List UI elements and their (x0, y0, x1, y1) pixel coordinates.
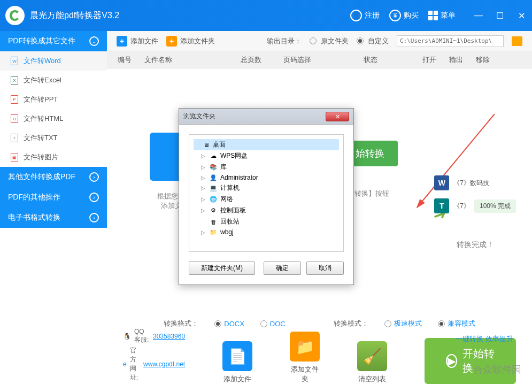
expand-icon[interactable]: ▷ (201, 207, 206, 213)
user-icon: 👤 (350, 10, 362, 21)
progress-badge: 100% 完成 (474, 199, 516, 213)
expand-icon[interactable]: ▷ (201, 153, 206, 159)
maximize-button[interactable]: ☐ (495, 11, 505, 21)
toolbar: + 添加文件 + 添加文件夹 输出目录： 原文件夹 自定义 (107, 31, 532, 51)
sidebar-item-word[interactable]: W 文件转Word (0, 51, 107, 71)
result-item: T 《7》 100% 完成 (434, 198, 516, 213)
expand-icon[interactable]: ▷ (201, 164, 206, 170)
tree-recycle[interactable]: 🗑回收站 (194, 216, 339, 227)
path-input[interactable] (397, 35, 504, 47)
cancel-button[interactable]: 取消 (306, 262, 344, 275)
browse-folder-dialog: 浏览文件夹 ✕ 🖥桌面 ▷☁WPS网盘 ▷📚库 ▷👤Administrator … (179, 108, 354, 285)
control-panel-icon: ⚙ (209, 207, 218, 214)
done-text: 转换完成！ (434, 240, 516, 250)
col-pages: 总页数 (235, 55, 278, 65)
result-area: W 《7》数码技 T 《7》 100% 完成 转换完成！ (434, 175, 516, 250)
tree-wps[interactable]: ▷☁WPS网盘 (194, 150, 339, 162)
sidebar-group-pdf-to-other[interactable]: PDF转换成其它文件 ⌄ (0, 31, 107, 51)
txt-icon: T (11, 134, 18, 142)
file-icon: T (434, 198, 449, 213)
col-remove: 移除 (471, 55, 497, 65)
minimize-button[interactable]: — (473, 11, 484, 21)
expand-icon[interactable]: ▷ (201, 175, 206, 181)
sidebar-item-txt[interactable]: T 文件转TXT (0, 128, 107, 148)
tree-control-panel[interactable]: ▷⚙控制面板 (194, 205, 339, 216)
browse-folder-button[interactable] (512, 36, 522, 46)
word-file-icon: W (434, 175, 449, 190)
result-item: W 《7》数码技 (434, 175, 516, 190)
desktop-icon: 🖥 (202, 141, 210, 149)
qq-link[interactable]: 303583960 (153, 333, 185, 340)
dialog-title-bar[interactable]: 浏览文件夹 ✕ (179, 109, 353, 125)
sidebar-group-pdf-ops[interactable]: PDF的其他操作 › (0, 187, 107, 207)
grid-icon (428, 11, 438, 20)
radio-custom[interactable]: 自定义 (357, 36, 389, 46)
sidebar-group-ebook[interactable]: 电子书格式转换 › (0, 207, 107, 228)
bottom-clear[interactable]: 🧹 清空列表 (357, 341, 387, 384)
col-open: 打开 (417, 55, 444, 65)
cloud-icon: ☁ (209, 152, 218, 160)
close-button[interactable]: ✕ (516, 11, 527, 21)
sidebar-item-html[interactable]: H 文件转HTML (0, 109, 107, 128)
excel-icon: X (11, 76, 18, 84)
ppt-icon: P (11, 95, 18, 104)
chevron-right-icon: › (89, 172, 99, 182)
chevron-right-icon: › (89, 213, 99, 222)
tree-library[interactable]: ▷📚库 (194, 162, 339, 173)
start-convert-button[interactable]: ▶ 开始转换 (425, 338, 516, 384)
add-folder-button[interactable]: + 添加文件夹 (166, 36, 215, 47)
radio-icon (357, 37, 364, 44)
recycle-icon: 🗑 (209, 218, 218, 226)
sidebar: PDF转换成其它文件 ⌄ W 文件转Word X 文件转Excel P 文件转P… (0, 31, 107, 392)
plus-icon: + (166, 36, 177, 47)
folder-tree: 🖥桌面 ▷☁WPS网盘 ▷📚库 ▷👤Administrator ▷💻计算机 ▷🌐… (189, 134, 344, 252)
sidebar-item-image[interactable]: ▣ 文件转图片 (0, 148, 107, 167)
app-title: 晨光万能pdf转换器V3.2 (30, 10, 350, 21)
promo-link[interactable]: 一键转换 效率提升 (456, 334, 513, 344)
tree-desktop[interactable]: 🖥桌面 (194, 139, 339, 150)
file-plus-icon: 📄 (222, 341, 252, 371)
ie-icon: e (123, 360, 127, 368)
new-folder-button[interactable]: 新建文件夹(M) (189, 262, 255, 275)
computer-icon: 💻 (209, 185, 218, 192)
expand-icon[interactable]: ▷ (201, 196, 206, 202)
image-icon: ▣ (11, 153, 18, 162)
chevron-right-icon: › (89, 193, 99, 202)
tree-network[interactable]: ▷🌐网络 (194, 194, 339, 205)
site-link[interactable]: www.cgpdf.net (143, 360, 185, 368)
chevron-down-icon: ⌄ (89, 36, 99, 46)
expand-icon[interactable]: ▷ (201, 185, 206, 191)
title-bar: 晨光万能pdf转换器V3.2 👤 注册 ¥ 购买 菜单 — ☐ ✕ (0, 0, 532, 31)
plus-icon: + (117, 36, 127, 47)
contact-info: 🐧QQ 客服: 303583960 e官方网址: www.cgpdf.net (123, 326, 185, 384)
col-filename: 文件名称 (139, 55, 235, 65)
yen-icon: ¥ (389, 10, 401, 21)
tree-wbgj[interactable]: ▷📁wbgj (194, 227, 339, 237)
sidebar-item-excel[interactable]: X 文件转Excel (0, 71, 107, 90)
expand-icon[interactable]: ▷ (201, 229, 206, 235)
buy-button[interactable]: ¥ 购买 (389, 10, 419, 21)
col-output: 输出 (444, 55, 471, 65)
col-number: 编号 (107, 55, 139, 65)
menu-button[interactable]: 菜单 (428, 11, 456, 20)
radio-original[interactable]: 原文件夹 (310, 36, 349, 46)
tree-admin[interactable]: ▷👤Administrator (194, 173, 339, 182)
brush-icon: 🧹 (357, 341, 387, 371)
add-file-button[interactable]: + 添加文件 (117, 36, 158, 47)
col-status: 状态 (358, 55, 417, 65)
col-page-select: 页码选择 (278, 55, 358, 65)
ok-button[interactable]: 确定 (264, 262, 301, 275)
folder-plus-icon: 📁 (290, 332, 320, 362)
user-folder-icon: 👤 (209, 174, 218, 181)
sidebar-item-ppt[interactable]: P 文件转PPT (0, 90, 107, 109)
sidebar-group-other-to-pdf[interactable]: 其他文件转换成PDF › (0, 167, 107, 187)
tree-computer[interactable]: ▷💻计算机 (194, 182, 339, 194)
register-button[interactable]: 👤 注册 (350, 10, 380, 21)
bottom-add-file[interactable]: 📄 添加文件 (222, 341, 252, 384)
radio-icon (310, 37, 317, 44)
dialog-close-button[interactable]: ✕ (326, 112, 349, 121)
play-icon: ▶ (446, 354, 457, 368)
bottom-add-folder[interactable]: 📁 添加文件夹 (290, 332, 320, 384)
folder-icon: 📁 (209, 228, 218, 236)
network-icon: 🌐 (209, 196, 218, 203)
